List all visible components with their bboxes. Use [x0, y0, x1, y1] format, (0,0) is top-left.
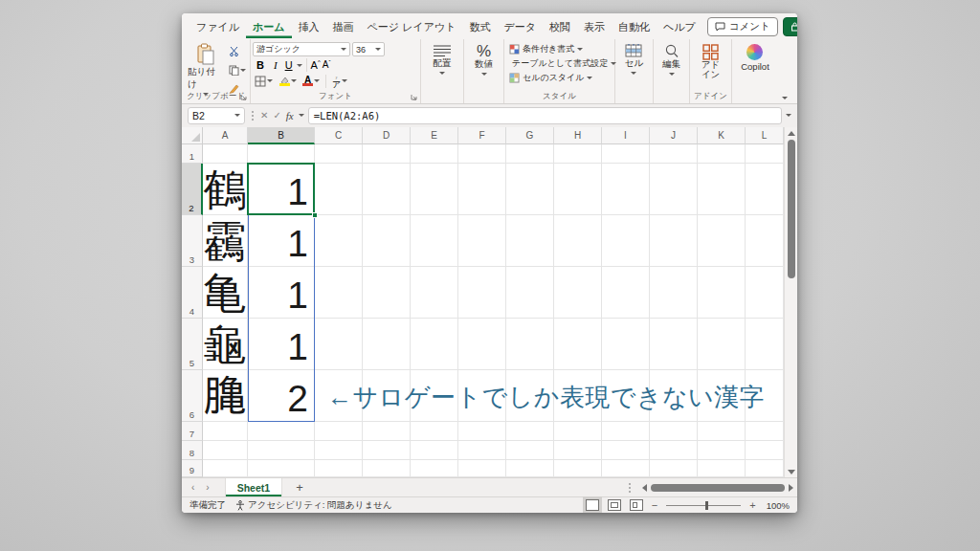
cell-A8[interactable] — [203, 441, 248, 460]
cell-D8[interactable] — [363, 441, 411, 460]
cell-F6[interactable] — [458, 370, 506, 422]
cell-D7[interactable] — [363, 422, 411, 441]
cell-K8[interactable] — [698, 441, 746, 460]
sheet-nav-right-icon[interactable]: › — [200, 482, 214, 493]
cell-E3[interactable] — [411, 215, 458, 267]
fill-color-button[interactable] — [277, 74, 299, 88]
cell-E4[interactable] — [411, 267, 458, 319]
scroll-right-arrow-icon[interactable] — [789, 484, 793, 492]
formula-bar-expand-chevron-icon[interactable] — [786, 114, 791, 117]
cell-J7[interactable] — [650, 422, 698, 441]
cell-I7[interactable] — [602, 422, 650, 441]
horizontal-scroll-thumb[interactable] — [651, 484, 785, 492]
phonetic-guide-button[interactable]: ｱ ア — [330, 74, 349, 88]
cell-L3[interactable] — [746, 215, 784, 267]
ribbon-tab-8[interactable]: 校閲 — [543, 15, 577, 38]
cell-D6[interactable] — [363, 370, 411, 422]
column-header-I[interactable]: I — [602, 127, 650, 144]
sheet-tab-sheet1[interactable]: Sheet1 — [225, 478, 282, 496]
row-header-5[interactable]: 5 — [182, 319, 203, 370]
cell-E8[interactable] — [411, 441, 458, 460]
cut-button[interactable] — [227, 44, 248, 58]
conditional-formatting-button[interactable]: 条件付き書式 — [509, 42, 612, 56]
cell-K3[interactable] — [698, 215, 746, 267]
clipboard-dialog-launcher-icon[interactable] — [240, 94, 248, 101]
cell-F3[interactable] — [458, 215, 506, 267]
ribbon-tab-4[interactable]: 描画 — [326, 15, 361, 38]
cell-I5[interactable] — [602, 319, 650, 370]
row-header-9[interactable]: 9 — [182, 460, 203, 477]
cell-K1[interactable] — [698, 144, 746, 164]
accessibility-status[interactable]: アクセシビリティ: 問題ありません — [235, 499, 392, 512]
cell-C4[interactable] — [315, 267, 363, 319]
normal-view-button[interactable] — [586, 499, 599, 511]
cell-J6[interactable] — [650, 370, 698, 422]
ribbon-tab-6[interactable]: 数式 — [462, 15, 497, 38]
select-all-corner[interactable] — [182, 127, 203, 144]
ribbon-tab-1[interactable]: ファイル — [189, 15, 246, 38]
row-header-7[interactable]: 7 — [182, 422, 203, 441]
cell-F4[interactable] — [458, 267, 506, 319]
enter-button[interactable]: ✓ — [273, 110, 280, 121]
column-header-F[interactable]: F — [458, 127, 506, 144]
cell-K5[interactable] — [698, 319, 746, 370]
cell-I4[interactable] — [602, 267, 650, 319]
cell-B1[interactable] — [248, 144, 315, 164]
cell-L5[interactable] — [746, 319, 784, 370]
column-header-B[interactable]: B — [248, 127, 315, 144]
ribbon-tab-7[interactable]: データ — [497, 15, 543, 38]
cell-L7[interactable] — [746, 422, 784, 441]
cell-H9[interactable] — [554, 460, 602, 477]
cell-G4[interactable] — [506, 267, 554, 319]
column-header-L[interactable]: L — [746, 127, 784, 144]
ribbon-tab-5[interactable]: ページ レイアウト — [361, 15, 463, 38]
worksheet[interactable]: ABCDEFGHIJKL 12鶴13靏14亀15龜16𪚲2789 ←サロゲートで… — [182, 127, 784, 477]
ribbon-tab-3[interactable]: 挿入 — [292, 15, 326, 38]
scroll-left-arrow-icon[interactable] — [642, 484, 647, 492]
cell-E7[interactable] — [411, 422, 458, 441]
cell-J8[interactable] — [650, 441, 698, 460]
font-color-button[interactable]: A — [301, 74, 322, 88]
cell-K2[interactable] — [698, 164, 746, 215]
ribbon-tab-10[interactable]: 自動化 — [612, 15, 657, 38]
cell-C9[interactable] — [315, 460, 363, 477]
page-layout-view-button[interactable] — [608, 499, 621, 511]
row-header-2[interactable]: 2 — [182, 164, 203, 215]
ribbon-collapse-chevron-icon[interactable] — [782, 97, 788, 99]
cell-C2[interactable] — [315, 164, 363, 215]
editing-button[interactable]: 編集 — [662, 42, 680, 76]
row-header-4[interactable]: 4 — [182, 267, 203, 319]
cell-D5[interactable] — [363, 319, 411, 370]
cell-J5[interactable] — [650, 319, 698, 370]
cell-I6[interactable] — [602, 370, 650, 422]
cell-L1[interactable] — [746, 144, 784, 164]
cell-K4[interactable] — [698, 267, 746, 319]
paste-button[interactable]: 貼り付け — [184, 42, 227, 97]
cell-H2[interactable] — [554, 164, 602, 215]
cell-B5[interactable]: 1 — [248, 319, 315, 370]
cell-G7[interactable] — [506, 422, 554, 441]
cell-D4[interactable] — [363, 267, 411, 319]
cell-E2[interactable] — [411, 164, 458, 215]
column-header-D[interactable]: D — [363, 127, 411, 144]
cancel-button[interactable]: ✕ — [260, 110, 268, 121]
cell-L6[interactable] — [746, 370, 784, 422]
copy-button[interactable] — [227, 63, 248, 77]
cell-B6[interactable]: 2 — [248, 370, 315, 422]
cell-B7[interactable] — [248, 422, 315, 441]
cell-C1[interactable] — [315, 144, 363, 164]
cell-K7[interactable] — [698, 422, 746, 441]
add-sheet-button[interactable]: + — [296, 480, 303, 495]
cell-B9[interactable] — [248, 460, 315, 477]
page-break-view-button[interactable] — [630, 499, 643, 511]
sheet-nav-left-icon[interactable]: ‹ — [186, 482, 200, 493]
cell-I9[interactable] — [602, 460, 650, 477]
cell-H8[interactable] — [554, 441, 602, 460]
borders-button[interactable] — [253, 74, 275, 88]
format-as-table-button[interactable]: テーブルとして書式設定 — [509, 56, 612, 71]
cell-A7[interactable] — [203, 422, 248, 441]
number-format-button[interactable]: % 数値 — [475, 42, 493, 76]
ribbon-tab-2[interactable]: ホーム — [246, 15, 292, 38]
cell-H7[interactable] — [554, 422, 602, 441]
cell-D2[interactable] — [363, 164, 411, 215]
